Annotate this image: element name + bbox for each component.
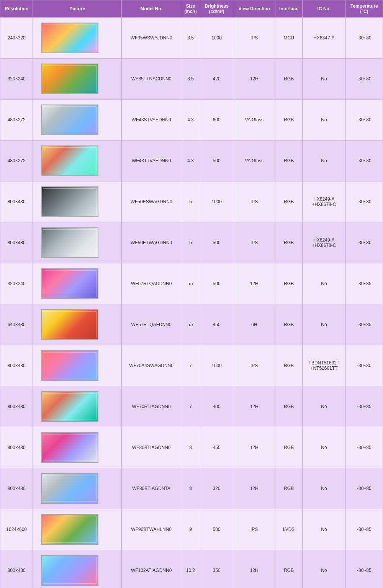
cell-size: 7 (181, 345, 200, 386)
cell-view-direction: VA Glass (233, 140, 275, 181)
cell-picture (33, 427, 122, 468)
cell-brightness: 350 (200, 550, 233, 588)
table-row: 240×320WF35WSWAJDNN03.51000IPSMCUHX8347-… (0, 18, 383, 59)
cell-temperature: -30~85 (345, 509, 383, 550)
col-interface: Interface (275, 0, 303, 18)
display-thumbnail (41, 23, 98, 53)
cell-model-no: WF90BTWAHLNN0 (122, 509, 181, 550)
cell-model-no: WF35TTNACDNN0 (122, 59, 181, 100)
table-row: 800×480WF50ESWAGDNN051000IPSRGBHX8249-A+… (0, 181, 383, 222)
cell-picture (33, 345, 122, 386)
cell-ic-no: No (303, 386, 346, 427)
picture-wrapper (35, 553, 104, 588)
cell-ic-no: No (303, 140, 346, 181)
cell-interface: RGB (275, 345, 303, 386)
cell-brightness: 420 (200, 59, 233, 100)
col-size: Size(inch) (181, 0, 200, 18)
display-thumbnail (41, 64, 98, 94)
display-thumbnail (41, 186, 98, 217)
cell-view-direction: VA Glass (233, 100, 275, 140)
cell-view-direction: 12H (233, 386, 275, 427)
cell-brightness: 1000 (200, 345, 233, 386)
cell-view-direction: 12H (233, 59, 275, 100)
col-brightness: Brightness(cd/m²) (200, 0, 233, 18)
picture-wrapper (35, 389, 104, 424)
cell-view-direction: 12H (233, 263, 275, 304)
cell-size: 7 (181, 386, 200, 427)
cell-view-direction: 12H (233, 468, 275, 509)
picture-wrapper (35, 430, 104, 465)
display-thumbnail (41, 145, 98, 176)
display-thumbnail (41, 309, 98, 340)
cell-interface: RGB (275, 181, 303, 222)
picture-wrapper (35, 185, 104, 219)
display-thumbnail (41, 473, 98, 504)
cell-temperature: -30~85 (345, 427, 383, 468)
cell-brightness: 450 (200, 427, 233, 468)
cell-temperature: -30~80 (345, 18, 383, 59)
table-row: 320×240WF35TTNACDNN03.542012HRGBNo-30~80 (0, 59, 383, 100)
picture-wrapper (35, 307, 104, 342)
picture-wrapper (35, 62, 104, 96)
cell-temperature: -30~80 (345, 140, 383, 181)
table-row: 800×480WF50ETWAGDNN05500IPSRGBHX8249-A+H… (0, 222, 383, 263)
cell-temperature: -30~80 (345, 100, 383, 140)
product-table: Resolution Picture Model No. Size(inch) … (0, 0, 383, 588)
table-row: 800×480WF70RTIAGDNN0740012HRGBNo-30~85 (0, 386, 383, 427)
cell-resolution: 480×272 (0, 140, 33, 181)
cell-model-no: WF35WSWAJDNN0 (122, 18, 181, 59)
table-row: 320×240WF57RTQACDNN05.750012HRGBNo-30~85 (0, 263, 383, 304)
cell-resolution: 320×240 (0, 263, 33, 304)
cell-brightness: 600 (200, 100, 233, 140)
cell-model-no: WF70A4SWAGDNN0 (122, 345, 181, 386)
cell-size: 3.5 (181, 18, 200, 59)
cell-temperature: -30~80 (345, 181, 383, 222)
cell-ic-no: No (303, 427, 346, 468)
cell-resolution: 800×480 (0, 550, 33, 588)
col-picture: Picture (33, 0, 122, 18)
cell-temperature: -30~80 (345, 345, 383, 386)
picture-wrapper (35, 103, 104, 137)
cell-interface: RGB (275, 468, 303, 509)
col-model-no: Model No. (122, 0, 181, 18)
cell-brightness: 320 (200, 468, 233, 509)
cell-picture (33, 263, 122, 304)
cell-ic-no: No (303, 304, 346, 345)
cell-view-direction: 12H (233, 550, 275, 588)
cell-size: 9 (181, 509, 200, 550)
cell-view-direction: IPS (233, 18, 275, 59)
cell-model-no: WF70RTIAGDNN0 (122, 386, 181, 427)
cell-size: 4.3 (181, 140, 200, 181)
col-ic-no: IC No. (303, 0, 346, 18)
cell-picture (33, 386, 122, 427)
cell-brightness: 450 (200, 304, 233, 345)
cell-temperature: -30~85 (345, 263, 383, 304)
cell-interface: RGB (275, 263, 303, 304)
cell-size: 3.5 (181, 59, 200, 100)
cell-resolution: 800×480 (0, 386, 33, 427)
display-thumbnail (41, 268, 98, 299)
cell-temperature: -30~80 (345, 222, 383, 263)
cell-resolution: 480×272 (0, 100, 33, 140)
table-row: 800×480WF80BTIAGDNTA832012HRGBNo-30~85 (0, 468, 383, 509)
cell-size: 5 (181, 222, 200, 263)
cell-temperature: -30~80 (345, 59, 383, 100)
cell-model-no: WF43STVAEDNN0 (122, 100, 181, 140)
col-view-direction: View Direction (233, 0, 275, 18)
cell-view-direction: 12H (233, 427, 275, 468)
cell-ic-no: No (303, 100, 346, 140)
picture-wrapper (35, 512, 104, 547)
cell-interface: RGB (275, 386, 303, 427)
cell-size: 5 (181, 181, 200, 222)
cell-resolution: 800×480 (0, 222, 33, 263)
table-row: 800×480WF70A4SWAGDNN071000IPSRGBTBDNT516… (0, 345, 383, 386)
picture-wrapper (35, 348, 104, 383)
cell-resolution: 240×320 (0, 18, 33, 59)
cell-model-no: WF57RTQACDNN0 (122, 263, 181, 304)
cell-brightness: 1000 (200, 181, 233, 222)
cell-picture (33, 181, 122, 222)
cell-resolution: 800×480 (0, 181, 33, 222)
cell-resolution: 800×480 (0, 427, 33, 468)
cell-ic-no: No (303, 509, 346, 550)
cell-temperature: -30~85 (345, 304, 383, 345)
